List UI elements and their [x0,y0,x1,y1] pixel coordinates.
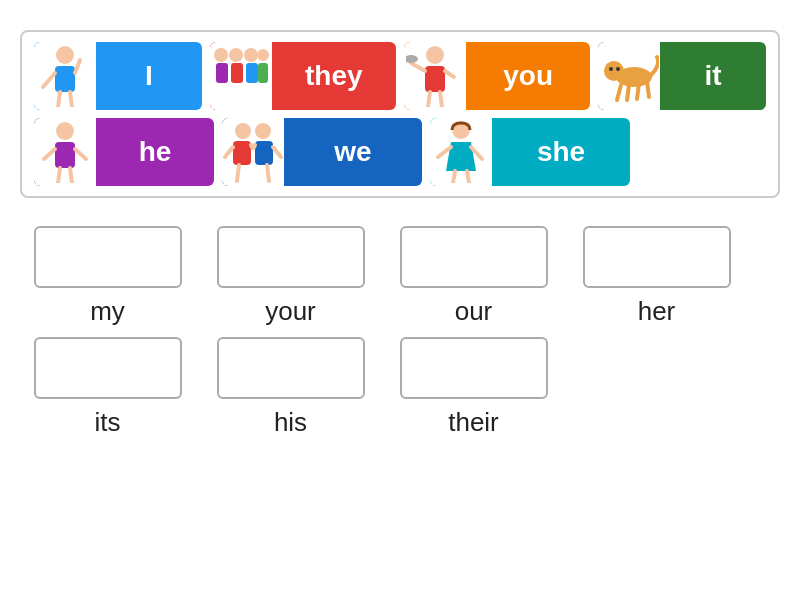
pronoun-card-she[interactable]: she [430,118,630,186]
svg-point-38 [255,123,271,139]
possessive-item-our: our [386,226,561,327]
pronoun-label-we: we [284,136,422,168]
svg-line-41 [225,147,233,157]
svg-line-49 [453,171,455,183]
possessive-row-2: its his their [20,337,780,438]
possessive-label-their: their [448,407,499,438]
svg-rect-13 [258,63,268,83]
svg-line-44 [267,165,269,181]
possessive-item-their: their [386,337,561,438]
svg-rect-40 [255,141,273,165]
pronoun-label-you: you [466,60,590,92]
svg-point-8 [229,48,243,62]
card-image-it [598,42,660,110]
svg-line-2 [43,73,55,87]
pronoun-label-she: she [492,136,630,168]
drop-zone-their[interactable] [400,337,548,399]
svg-line-50 [467,171,469,183]
pronoun-card-it[interactable]: it [598,42,766,110]
pronoun-label-they: they [272,60,396,92]
svg-line-4 [58,92,60,107]
drop-zone-my[interactable] [34,226,182,288]
card-image-she [430,118,492,186]
pronoun-row-2: he we [34,118,766,186]
svg-line-30 [647,81,649,97]
possessive-item-its: its [20,337,195,438]
svg-line-18 [445,71,454,77]
svg-rect-15 [425,66,445,92]
svg-rect-7 [216,63,228,83]
svg-line-20 [440,92,442,107]
card-image-you [404,42,466,110]
card-image-he [34,118,96,186]
pronoun-card-i[interactable]: I [34,42,202,110]
svg-line-27 [617,85,621,100]
pronoun-label-i: I [96,60,202,92]
svg-line-19 [428,92,430,107]
possessive-section: my your our her its his their [20,226,780,448]
svg-rect-39 [233,141,251,165]
svg-line-43 [237,165,239,181]
svg-rect-9 [231,63,243,83]
pronoun-label-it: it [660,60,766,92]
possessive-label-my: my [90,296,125,327]
possessive-row-1: my your our her [20,226,780,327]
svg-line-33 [44,149,55,159]
possessive-label-your: your [265,296,316,327]
card-image-they [210,42,272,110]
svg-point-12 [257,49,269,61]
pronoun-card-you[interactable]: you [404,42,590,110]
svg-line-5 [70,92,72,107]
drop-zone-her[interactable] [583,226,731,288]
possessive-label-her: her [638,296,676,327]
pronoun-label-he: he [96,136,214,168]
possessive-item-your: your [203,226,378,327]
svg-point-10 [244,48,258,62]
svg-point-0 [56,46,74,64]
possessive-item-her: her [569,226,744,327]
card-image-i [34,42,96,110]
svg-line-16 [411,63,425,71]
svg-point-17 [406,55,418,63]
svg-point-31 [56,122,74,140]
pronoun-card-they[interactable]: they [210,42,396,110]
svg-point-14 [426,46,444,64]
drop-zone-its[interactable] [34,337,182,399]
drop-zone-our[interactable] [400,226,548,288]
possessive-label-our: our [455,296,493,327]
svg-line-36 [70,168,72,183]
drop-zone-your[interactable] [217,226,365,288]
card-image-we [222,118,284,186]
pronoun-grid: I they [20,30,780,198]
drop-zone-his[interactable] [217,337,365,399]
pronoun-card-we[interactable]: we [222,118,422,186]
possessive-item-my: my [20,226,195,327]
possessive-label-his: his [274,407,307,438]
svg-point-25 [609,67,613,71]
possessive-label-its: its [95,407,121,438]
svg-line-35 [58,168,60,183]
pronoun-row-1: I they [34,42,766,110]
pronoun-card-he[interactable]: he [34,118,214,186]
possessive-item-his: his [203,337,378,438]
svg-point-26 [616,67,620,71]
svg-line-34 [75,149,86,159]
svg-rect-32 [55,142,75,168]
svg-rect-1 [55,66,75,92]
svg-rect-11 [246,63,258,83]
svg-line-42 [273,147,281,157]
svg-line-28 [627,85,629,100]
svg-point-37 [235,123,251,139]
svg-line-3 [75,60,80,73]
svg-line-29 [637,83,639,99]
svg-point-6 [214,48,228,62]
